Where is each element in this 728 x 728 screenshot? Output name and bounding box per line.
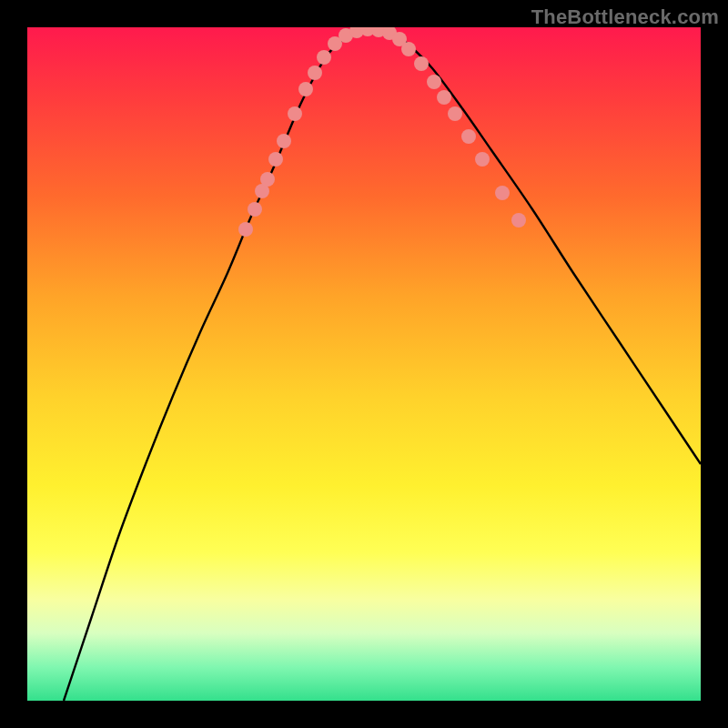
data-marker (260, 172, 275, 187)
data-marker (308, 66, 322, 80)
data-marker (495, 186, 510, 200)
data-marker (511, 213, 526, 228)
data-marker (277, 134, 291, 148)
data-marker (288, 106, 302, 121)
data-marker (317, 50, 331, 65)
data-marker (437, 90, 451, 105)
data-marker (238, 222, 253, 237)
curve-group (64, 29, 701, 701)
data-marker (448, 106, 462, 121)
chart-frame: TheBottleneck.com (0, 0, 728, 728)
plot-area (27, 27, 701, 701)
chart-svg (27, 27, 701, 701)
marker-group (238, 27, 526, 237)
data-marker (414, 56, 429, 71)
bottleneck-curve (64, 29, 701, 701)
data-marker (248, 202, 262, 217)
data-marker (401, 42, 416, 56)
data-marker (427, 75, 441, 89)
data-marker (475, 152, 490, 167)
watermark-text: TheBottleneck.com (531, 5, 719, 29)
data-marker (461, 129, 476, 144)
data-marker (298, 82, 313, 96)
data-marker (268, 152, 283, 167)
